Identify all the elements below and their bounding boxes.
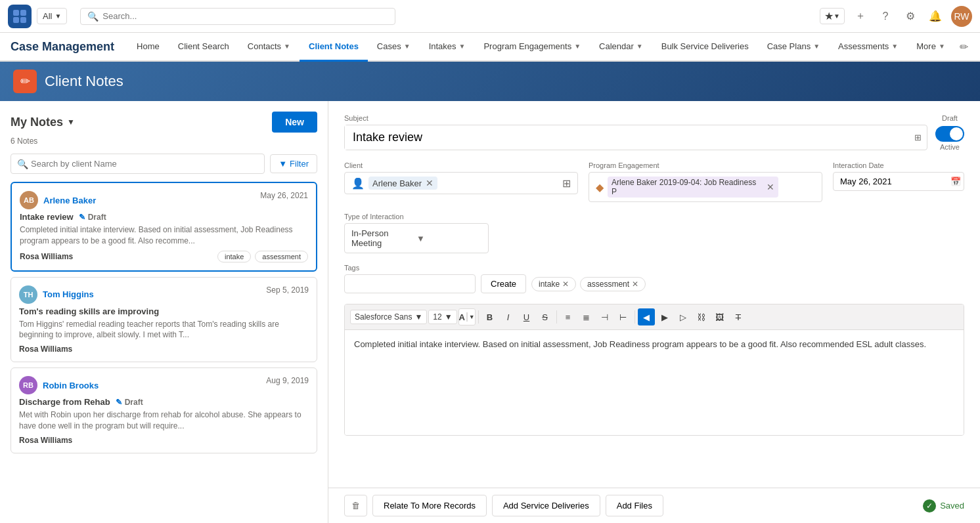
svg-rect-1 <box>20 10 26 16</box>
italic-button[interactable]: I <box>500 308 517 325</box>
nav-item-calendar[interactable]: Calendar ▼ <box>590 33 652 62</box>
nav-item-contacts[interactable]: Contacts ▼ <box>238 33 300 62</box>
type-label: Type of Interaction <box>344 213 964 220</box>
help-button[interactable]: ? <box>876 7 895 26</box>
favorites-button[interactable]: ★ ▼ <box>820 8 845 24</box>
tags-input-wrap[interactable] <box>344 274 476 293</box>
search-notes-wrap: 🔍 <box>11 154 265 174</box>
client-tag-close[interactable]: ✕ <box>426 178 434 188</box>
top-bar: All ▼ 🔍 ★ ▼ ＋ ? ⚙ 🔔 RW <box>0 0 980 33</box>
indent-decrease-button[interactable]: ⊣ <box>596 308 613 325</box>
note-form: Subject ⊞ Draft Active Client <box>328 101 980 488</box>
nav-item-assessments[interactable]: Assessments ▼ <box>829 33 907 62</box>
note-tags-1: intake assessment <box>217 251 308 262</box>
search-type-select[interactable]: All ▼ <box>37 8 67 24</box>
avatar[interactable]: RW <box>951 6 972 27</box>
note-subject-2: Tom's reading skills are improving <box>19 306 309 316</box>
global-search-bar[interactable]: 🔍 <box>80 8 395 25</box>
my-notes-label: My Notes <box>11 115 63 129</box>
image-button[interactable]: 🖼 <box>711 308 728 325</box>
note-author-1: Rosa Williams <box>20 252 73 261</box>
my-notes-dropdown[interactable]: My Notes ▼ <box>11 115 75 129</box>
font-size-value: 12 <box>433 312 441 322</box>
nav-item-cases[interactable]: Cases ▼ <box>368 33 420 62</box>
nav-item-case-plans[interactable]: Case Plans ▼ <box>758 33 829 62</box>
ordered-list-button[interactable]: ≣ <box>578 308 595 325</box>
type-select[interactable]: In-Person Meeting ▼ <box>344 223 489 253</box>
prog-eng-wrap[interactable]: ◆ Arlene Baker 2019-09-04: Job Readiness… <box>589 172 822 202</box>
note-card-1[interactable]: AB Arlene Baker May 26, 2021 Intake revi… <box>11 182 317 272</box>
client-input-wrap[interactable]: 👤 Arlene Baker ✕ ⊞ <box>344 172 578 194</box>
note-card-3[interactable]: RB Robin Brooks Aug 9, 2019 Discharge fr… <box>11 367 317 453</box>
font-family-select[interactable]: Salesforce Sans ▼ <box>350 310 427 324</box>
client-tag: Arlene Baker ✕ <box>368 177 437 190</box>
add-button[interactable]: ＋ <box>851 7 870 26</box>
nav-item-bulk-service-deliveries[interactable]: Bulk Service Deliveries <box>652 33 758 62</box>
search-notes-input[interactable] <box>11 154 265 174</box>
create-tag-button[interactable]: Create <box>481 274 526 293</box>
indent-increase-button[interactable]: ⊢ <box>615 308 632 325</box>
global-search-input[interactable] <box>102 11 388 21</box>
star-icon: ★ <box>824 10 834 22</box>
nav-item-more[interactable]: More ▼ <box>907 33 954 62</box>
calendar-icon[interactable]: 📅 <box>950 177 961 186</box>
font-size-select[interactable]: 12 ▼ <box>428 310 457 324</box>
add-service-button[interactable]: Add Service Deliveries <box>492 495 600 516</box>
note-card-2[interactable]: TH Tom Higgins Sep 5, 2019 Tom's reading… <box>11 277 317 363</box>
note-author-2: Rosa Williams <box>19 345 72 354</box>
align-left-button[interactable]: ◀ <box>638 308 655 325</box>
strikethrough-button[interactable]: S <box>537 308 554 325</box>
subject-copy-icon[interactable]: ⊞ <box>909 127 927 148</box>
clear-format-button[interactable]: T̶ <box>730 308 747 325</box>
note-subject-1: Intake review ✎ Draft <box>20 212 308 222</box>
client-field-icon: 👤 <box>351 177 365 190</box>
notifications-button[interactable]: 🔔 <box>926 7 945 26</box>
unordered-list-button[interactable]: ≡ <box>560 308 577 325</box>
underline-button[interactable]: U <box>518 308 535 325</box>
nav-item-intakes[interactable]: Intakes ▼ <box>420 33 475 62</box>
tag-intake-remove[interactable]: ✕ <box>562 280 569 289</box>
subject-input[interactable] <box>345 125 909 150</box>
link-button[interactable]: ⛓ <box>693 308 710 325</box>
align-right-button[interactable]: ▷ <box>675 308 692 325</box>
nav-item-client-search[interactable]: Client Search <box>169 33 238 62</box>
tag-assessment-remove[interactable]: ✕ <box>632 280 638 289</box>
nav-edit-button[interactable]: ✏ <box>954 33 973 60</box>
tag-badge-assessment: assessment <box>255 251 308 262</box>
bold-button[interactable]: B <box>481 308 499 325</box>
settings-button[interactable]: ⚙ <box>901 7 920 26</box>
new-note-button[interactable]: New <box>272 112 317 133</box>
client-avatar-3: RB <box>19 376 37 394</box>
nav-item-program-engagements[interactable]: Program Engagements ▼ <box>474 33 590 62</box>
nav-item-home[interactable]: Home <box>127 33 169 62</box>
editor-wrap: Salesforce Sans ▼ 12 ▼ A ▼ B I <box>344 304 964 436</box>
align-center-button[interactable]: ▶ <box>656 308 673 325</box>
date-input[interactable] <box>840 177 950 186</box>
add-files-button[interactable]: Add Files <box>606 495 663 516</box>
note-excerpt-3: Met with Robin upon her discharge from r… <box>19 409 309 432</box>
saved-check-icon: ✓ <box>923 499 936 513</box>
client-extra-icon[interactable]: ⊞ <box>562 177 571 190</box>
search-notes: 🔍 ▼ Filter <box>11 154 317 174</box>
draft-toggle[interactable] <box>935 126 964 142</box>
panel-header: My Notes ▼ New <box>11 112 317 133</box>
nav-item-client-notes[interactable]: Client Notes <box>300 33 368 62</box>
text-color-button[interactable]: A ▼ <box>458 308 476 325</box>
draft-toggle-wrap: Draft Active <box>935 114 964 151</box>
filter-button[interactable]: ▼ Filter <box>270 154 317 173</box>
editor-body[interactable]: Completed initial intake interview. Base… <box>345 330 964 435</box>
note-date-2: Sep 5, 2019 <box>266 285 309 295</box>
app-logo[interactable] <box>8 5 32 28</box>
tags-input[interactable] <box>351 279 468 289</box>
prog-eng-close[interactable]: ✕ <box>767 182 774 192</box>
delete-button[interactable]: 🗑 <box>344 495 367 516</box>
client-name-1: Arlene Baker <box>43 196 96 205</box>
note-date-1: May 26, 2021 <box>260 191 308 200</box>
tag-item-intake: intake ✕ <box>531 277 576 291</box>
svg-rect-0 <box>13 10 19 16</box>
date-wrap[interactable]: 📅 <box>833 172 964 191</box>
toolbar-divider-2 <box>556 310 557 324</box>
relate-button[interactable]: Relate To More Records <box>372 495 487 516</box>
color-chevron: ▼ <box>469 314 475 320</box>
left-panel: My Notes ▼ New 6 Notes 🔍 ▼ Filter AB <box>0 101 328 523</box>
